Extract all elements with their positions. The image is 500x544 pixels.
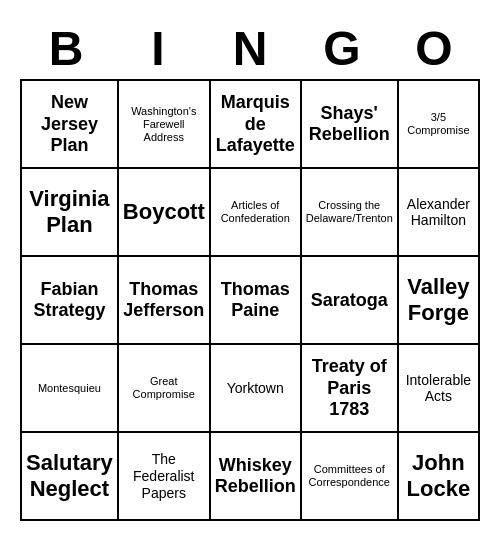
- bingo-cell-15: Montesquieu: [22, 345, 119, 433]
- bingo-cell-2: Marquis de Lafayette: [211, 81, 302, 169]
- cell-text-18: Treaty of Paris 1783: [306, 356, 393, 421]
- bingo-cell-21: The Federalist Papers: [119, 433, 211, 521]
- cell-text-20: Salutary Neglect: [26, 450, 113, 503]
- bingo-cell-6: Boycott: [119, 169, 211, 257]
- bingo-letter-n: N: [206, 23, 294, 76]
- cell-text-6: Boycott: [123, 199, 205, 225]
- bingo-cell-13: Saratoga: [302, 257, 399, 345]
- cell-text-0: New Jersey Plan: [26, 92, 113, 157]
- bingo-cell-19: Intolerable Acts: [399, 345, 480, 433]
- cell-text-15: Montesquieu: [38, 382, 101, 395]
- bingo-grid: New Jersey PlanWashington's Farewell Add…: [20, 79, 480, 521]
- bingo-cell-12: Thomas Paine: [211, 257, 302, 345]
- cell-text-24: John Locke: [403, 450, 474, 503]
- bingo-letter-g: G: [298, 23, 386, 76]
- bingo-letter-o: O: [390, 23, 478, 76]
- cell-text-9: Alexander Hamilton: [403, 196, 474, 230]
- bingo-cell-11: Thomas Jefferson: [119, 257, 211, 345]
- cell-text-4: 3/5 Compromise: [403, 111, 474, 137]
- cell-text-2: Marquis de Lafayette: [215, 92, 296, 157]
- cell-text-10: Fabian Strategy: [26, 279, 113, 322]
- cell-text-12: Thomas Paine: [215, 279, 296, 322]
- cell-text-23: Committees of Correspondence: [306, 463, 393, 489]
- bingo-cell-16: Great Compromise: [119, 345, 211, 433]
- cell-text-22: Whiskey Rebellion: [215, 455, 296, 498]
- bingo-letter-i: I: [114, 23, 202, 76]
- bingo-cell-1: Washington's Farewell Address: [119, 81, 211, 169]
- bingo-header: BINGO: [20, 23, 480, 76]
- bingo-cell-18: Treaty of Paris 1783: [302, 345, 399, 433]
- bingo-cell-24: John Locke: [399, 433, 480, 521]
- cell-text-16: Great Compromise: [123, 375, 205, 401]
- cell-text-8: Crossing the Delaware/Trenton: [306, 199, 393, 225]
- bingo-cell-3: Shays' Rebellion: [302, 81, 399, 169]
- cell-text-11: Thomas Jefferson: [123, 279, 205, 322]
- bingo-cell-22: Whiskey Rebellion: [211, 433, 302, 521]
- cell-text-21: The Federalist Papers: [123, 451, 205, 501]
- bingo-cell-14: Valley Forge: [399, 257, 480, 345]
- bingo-cell-5: Virginia Plan: [22, 169, 119, 257]
- bingo-cell-4: 3/5 Compromise: [399, 81, 480, 169]
- cell-text-14: Valley Forge: [403, 274, 474, 327]
- cell-text-13: Saratoga: [311, 290, 388, 312]
- cell-text-1: Washington's Farewell Address: [123, 105, 205, 145]
- cell-text-19: Intolerable Acts: [403, 372, 474, 406]
- cell-text-17: Yorktown: [227, 380, 284, 397]
- bingo-cell-0: New Jersey Plan: [22, 81, 119, 169]
- cell-text-3: Shays' Rebellion: [306, 103, 393, 146]
- cell-text-7: Articles of Confederation: [215, 199, 296, 225]
- bingo-cell-10: Fabian Strategy: [22, 257, 119, 345]
- bingo-card: BINGO New Jersey PlanWashington's Farewe…: [10, 13, 490, 532]
- bingo-cell-23: Committees of Correspondence: [302, 433, 399, 521]
- bingo-letter-b: B: [22, 23, 110, 76]
- bingo-cell-9: Alexander Hamilton: [399, 169, 480, 257]
- bingo-cell-7: Articles of Confederation: [211, 169, 302, 257]
- cell-text-5: Virginia Plan: [26, 186, 113, 239]
- bingo-cell-17: Yorktown: [211, 345, 302, 433]
- bingo-cell-20: Salutary Neglect: [22, 433, 119, 521]
- bingo-cell-8: Crossing the Delaware/Trenton: [302, 169, 399, 257]
